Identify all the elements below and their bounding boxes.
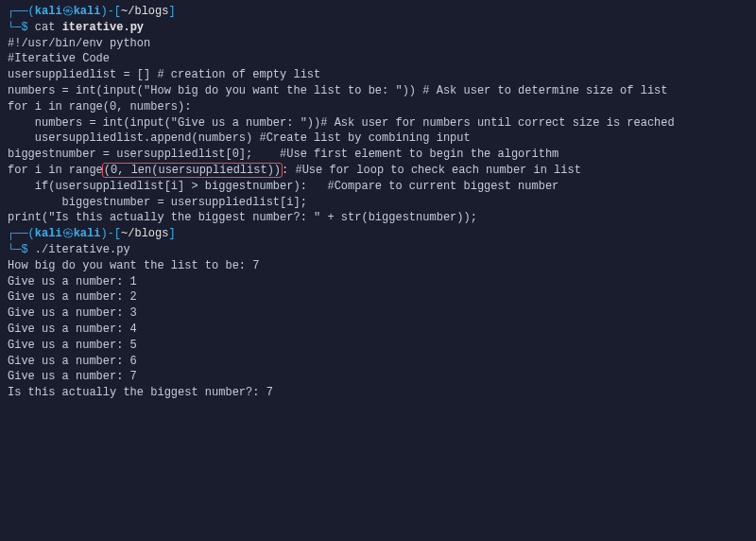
output-line: Give us a number: 7	[8, 369, 748, 385]
code-line: numbers = int(input("How big do you want…	[8, 83, 748, 99]
cwd: ~/blogs	[121, 5, 168, 18]
output-line: Give us a number: 2	[8, 289, 748, 305]
output-line: Is this actually the biggest number?: 7	[8, 385, 748, 401]
prompt-line-2: ┌──(kali㉿kali)-[~/blogs]	[8, 226, 748, 242]
code-line: numbers = int(input("Give us a number: "…	[8, 115, 748, 131]
command-line-1[interactable]: └─$ cat iterative.py	[8, 20, 748, 36]
user: kali	[35, 227, 62, 240]
code-line: biggestnumber = usersuppliedlist[0]; #Us…	[8, 147, 748, 163]
output-line: How big do you want the list to be: 7	[8, 258, 748, 274]
code-line: #Iterative Code	[8, 51, 748, 67]
code-text: for i in range	[8, 164, 103, 177]
code-line: usersuppliedlist = [] # creation of empt…	[8, 67, 748, 83]
host: kali	[74, 227, 101, 240]
host: kali	[74, 5, 101, 18]
output-line: Give us a number: 6	[8, 354, 748, 370]
code-line: usersuppliedlist.append(numbers) #Create…	[8, 131, 748, 147]
highlight-box: (0, len(usersuppliedlist))	[102, 163, 283, 178]
code-line: print("Is this actually the biggest numb…	[8, 210, 748, 226]
output-line: Give us a number: 4	[8, 322, 748, 338]
command-line-2[interactable]: └─$ ./iterative.py	[8, 242, 748, 258]
code-line: for i in range(0, numbers):	[8, 99, 748, 115]
cwd: ~/blogs	[121, 227, 168, 240]
code-text: : #Use for loop to check each number in …	[282, 164, 581, 177]
code-line-highlighted: for i in range(0, len(usersuppliedlist))…	[8, 163, 748, 179]
output-line: Give us a number: 3	[8, 305, 748, 322]
command-arg: iterative.py	[62, 21, 144, 34]
user: kali	[35, 5, 62, 18]
code-line: #!/usr/bin/env python	[8, 36, 748, 52]
output-line: Give us a number: 1	[8, 274, 748, 290]
command: ./iterative.py	[35, 243, 130, 256]
prompt-line-1: ┌──(kali㉿kali)-[~/blogs]	[8, 4, 748, 20]
output-line: Give us a number: 5	[8, 338, 748, 354]
command: cat	[35, 21, 56, 34]
code-line: biggestnumber = usersuppliedlist[i];	[8, 195, 748, 211]
code-line: if(usersuppliedlist[i] > biggestnumber):…	[8, 179, 748, 195]
